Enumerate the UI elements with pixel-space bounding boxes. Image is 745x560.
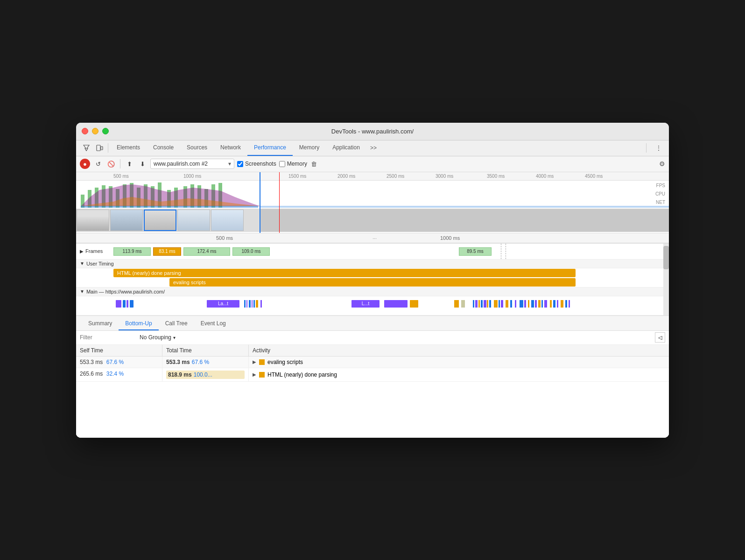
reload-button[interactable]: ↺: [93, 159, 103, 169]
main-tiny-r4: [481, 300, 483, 308]
devtools-tabs-bar: Elements Console Sources Network Perform…: [76, 140, 669, 156]
tab-console[interactable]: Console: [147, 140, 180, 156]
timing-bar-row-1: HTML (nearly) done parsing: [76, 268, 669, 278]
playhead-line: [279, 172, 280, 233]
main-event-big4: [410, 300, 418, 308]
tab-sources[interactable]: Sources: [180, 140, 214, 156]
more-options-icon[interactable]: ⋮: [652, 141, 665, 154]
frames-expand-icon[interactable]: ▶: [80, 249, 84, 254]
clear-recordings-button[interactable]: 🗑: [311, 161, 317, 168]
main-tiny-r16: [528, 300, 529, 308]
column-total-time: Total Time: [162, 345, 249, 356]
main-event-layout2: L...t: [351, 300, 380, 308]
url-value: www.paulirish.com #2: [154, 161, 226, 167]
main-label-row: ▼ Main — https://www.paulirish.com/: [76, 287, 669, 296]
svg-rect-22: [81, 206, 258, 208]
memory-checkbox-label[interactable]: Memory: [279, 161, 307, 167]
frame-time-5: 89.5 ms: [467, 249, 484, 254]
main-tiny-r24: [557, 300, 558, 308]
frame-block-4: 109.0 ms: [232, 247, 270, 256]
settings-button[interactable]: ⚙: [659, 160, 665, 168]
main-tiny-r6: [487, 300, 488, 308]
fps-label: FPS: [655, 182, 665, 190]
bottom-ruler-1000ms: 1000 ms: [440, 235, 460, 241]
main-tiny-r25: [561, 300, 563, 308]
tab-memory[interactable]: Memory: [293, 140, 326, 156]
user-timing-track: ▼ User Timing HTML (nearly) done parsing…: [76, 259, 669, 287]
main-tiny-r18: [535, 300, 537, 308]
ruler-2500ms: 2500 ms: [387, 174, 404, 179]
grouping-select[interactable]: No Grouping ▾: [140, 334, 176, 341]
main-tiny-r27: [569, 300, 570, 308]
tab-performance[interactable]: Performance: [247, 140, 293, 156]
timeline-overview-right: 1500 ms 2000 ms 2500 ms 3000 ms 3500 ms …: [260, 172, 669, 233]
download-button[interactable]: ⬇: [137, 159, 148, 169]
ruler-2000ms: 2000 ms: [337, 174, 355, 179]
svg-rect-23: [260, 206, 669, 208]
tabs-overflow-button[interactable]: >>: [366, 142, 380, 154]
tracks-area: ▶ Frames 113.9 ms 83.1 ms 172.4 ms 109.0…: [76, 244, 669, 316]
total-inner-2: 818.9 ms 100.0...: [166, 371, 245, 379]
maximize-button[interactable]: [102, 128, 109, 134]
main-tiny-r14: [520, 300, 523, 308]
screenshot-thumb-2: [110, 210, 143, 231]
upload-button[interactable]: ⬆: [124, 159, 134, 169]
minimize-button[interactable]: [92, 128, 98, 134]
main-expand-icon[interactable]: ▼: [80, 289, 84, 294]
screenshots-checkbox-label[interactable]: Screenshots: [237, 161, 276, 167]
activity-label-2: HTML (nearly) done parsing: [267, 371, 337, 378]
ruler-500ms-label: 500 ms: [113, 174, 129, 179]
side-labels: FPS CPU NET: [655, 182, 665, 207]
main-event-3: [127, 300, 128, 308]
tab-call-tree[interactable]: Call Tree: [159, 317, 194, 330]
main-event-4: [130, 300, 134, 308]
activity-label-1: evaling scripts: [267, 359, 303, 365]
main-tiny-7: [260, 300, 262, 308]
activity-expand-2[interactable]: ▶: [253, 372, 256, 377]
tab-summary[interactable]: Summary: [82, 317, 119, 330]
tab-network[interactable]: Network: [214, 140, 247, 156]
tab-bottom-up[interactable]: Bottom-Up: [119, 317, 158, 330]
filter-row: No Grouping ▾ ◁: [76, 331, 669, 345]
main-event-layout1: La...t: [207, 300, 239, 308]
self-time-value-1: 553.3 ms: [80, 359, 103, 365]
scrollbar-track[interactable]: [663, 244, 669, 315]
title-bar: DevTools - www.paulirish.com/: [76, 123, 669, 140]
main-tiny-2: [246, 300, 247, 308]
main-tiny-r20: [541, 300, 543, 308]
cpu-label: CPU: [655, 190, 665, 198]
tab-elements[interactable]: Elements: [110, 140, 147, 156]
cell-self-1: 553.3 ms 67.6 %: [76, 357, 162, 368]
screenshots-strip-right: [260, 209, 669, 232]
tab-event-log[interactable]: Event Log: [194, 317, 232, 330]
tab-application[interactable]: Application: [326, 140, 366, 156]
table-header: Self Time Total Time Activity: [76, 345, 669, 357]
bottom-panel: Summary Bottom-Up Call Tree Event Log No…: [76, 316, 669, 438]
timeline-bottom-ruler: 500 ms 1000 ms ...: [76, 233, 669, 243]
analysis-tabs-bar: Summary Bottom-Up Call Tree Event Log: [76, 316, 669, 331]
timeline-overview-left: 500 ms 1000 ms: [76, 172, 260, 233]
user-timing-expand-icon[interactable]: ▼: [80, 261, 84, 266]
record-button[interactable]: ●: [80, 159, 90, 169]
self-percent-2: 32.4 %: [106, 371, 124, 377]
main-event-tan1: [461, 300, 465, 308]
inspector-icon[interactable]: [80, 141, 93, 154]
frame-block-3: 172.4 ms: [183, 247, 230, 256]
cell-activity-1: ▶ evaling scripts: [249, 357, 669, 368]
screenshots-checkbox[interactable]: [237, 161, 243, 167]
device-mode-icon[interactable]: [93, 141, 106, 154]
self-time-value-2: 265.6 ms: [80, 371, 103, 377]
scrollbar-thumb[interactable]: [663, 246, 669, 269]
activity-expand-1[interactable]: ▶: [253, 359, 256, 364]
close-button[interactable]: [82, 128, 88, 134]
filter-input[interactable]: [80, 334, 136, 341]
memory-checkbox[interactable]: [279, 161, 285, 167]
screenshot-thumb-4: [177, 210, 210, 231]
url-select[interactable]: www.paulirish.com #2 ▾: [150, 159, 234, 169]
clear-button[interactable]: 🚫: [106, 159, 116, 169]
main-tiny-r22: [550, 300, 552, 308]
main-tiny-r11: [506, 300, 508, 308]
collapse-panel-button[interactable]: ◁: [655, 332, 665, 343]
main-tiny-1: [244, 300, 246, 308]
main-tiny-6: [256, 300, 258, 308]
